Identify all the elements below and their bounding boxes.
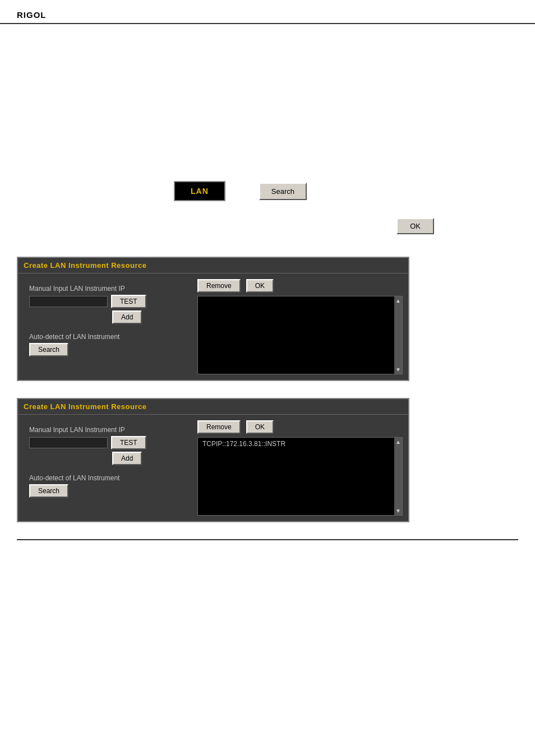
- dialog2-right: Remove OK TCPIP::172.16.3.81::INSTR ▲ ▼: [197, 420, 403, 516]
- dialog2-test-button[interactable]: TEST: [111, 436, 146, 449]
- dialog2-scrollbar[interactable]: ▲ ▼: [394, 438, 402, 515]
- dialog2-auto-section: Auto-detect of LAN Instrument Search: [29, 474, 186, 498]
- dialog1-left: Manual Input LAN Instrument IP TEST Add …: [24, 279, 192, 374]
- top-button-area: LAN Search: [174, 181, 518, 201]
- dialog2-titlebar: Create LAN Instrument Resource: [18, 399, 408, 415]
- dialog2-body: Manual Input LAN Instrument IP TEST Add …: [18, 415, 408, 521]
- dialog1-title: Create LAN Instrument Resource: [24, 261, 146, 270]
- dialogs-area: Create LAN Instrument Resource Manual In…: [17, 257, 518, 522]
- dialog1-auto-section: Auto-detect of LAN Instrument Search: [29, 333, 186, 356]
- dialog1-right: Remove OK ▲ ▼: [197, 279, 403, 374]
- dialog2-manual-section: Manual Input LAN Instrument IP TEST Add: [29, 426, 186, 465]
- dialog1-scroll-down-icon[interactable]: ▼: [395, 367, 401, 373]
- header: RIGOL: [0, 0, 535, 24]
- dialog1-top-buttons: Remove OK: [197, 279, 403, 293]
- dialog1-remove-button[interactable]: Remove: [197, 279, 241, 293]
- search-button-top[interactable]: Search: [259, 183, 307, 200]
- dialog2-remove-button[interactable]: Remove: [197, 420, 241, 434]
- dialog2: Create LAN Instrument Resource Manual In…: [17, 398, 409, 522]
- dialog2-search-button[interactable]: Search: [29, 484, 68, 498]
- lan-button[interactable]: LAN: [174, 181, 225, 201]
- dialog2-auto-label: Auto-detect of LAN Instrument: [29, 474, 186, 482]
- ok-button-area: OK: [17, 218, 434, 234]
- main-content: LAN Search OK Create LAN Instrument Reso…: [0, 24, 535, 551]
- dialog1-manual-input-row: TEST: [29, 295, 186, 308]
- dialog2-tcpip-entry: TCPIP::172.16.3.81::INSTR: [200, 439, 400, 449]
- dialog1-listbox: ▲ ▼: [197, 296, 403, 374]
- ok-button-top[interactable]: OK: [396, 218, 434, 234]
- dialog2-title: Create LAN Instrument Resource: [24, 402, 146, 411]
- dialog1-test-button[interactable]: TEST: [111, 295, 146, 308]
- dialog2-left: Manual Input LAN Instrument IP TEST Add …: [24, 420, 192, 516]
- dialog1-ip-input[interactable]: [29, 296, 108, 307]
- brand-title: RIGOL: [17, 10, 47, 20]
- dialog2-add-button[interactable]: Add: [112, 452, 142, 465]
- dialog1-manual-section: Manual Input LAN Instrument IP TEST Add: [29, 285, 186, 324]
- dialog2-scroll-up-icon[interactable]: ▲: [395, 439, 401, 445]
- dialog2-ip-input[interactable]: [29, 437, 108, 448]
- dialog2-ok-button[interactable]: OK: [246, 420, 274, 434]
- dialog1-search-button[interactable]: Search: [29, 343, 68, 356]
- dialog2-scroll-down-icon[interactable]: ▼: [395, 508, 401, 514]
- dialog1-titlebar: Create LAN Instrument Resource: [18, 258, 408, 273]
- dialog1-scroll-up-icon[interactable]: ▲: [395, 298, 401, 304]
- dialog2-manual-input-row: TEST: [29, 436, 186, 449]
- dialog1-add-button[interactable]: Add: [112, 310, 142, 324]
- dialog2-top-buttons: Remove OK: [197, 420, 403, 434]
- dialog1-body: Manual Input LAN Instrument IP TEST Add …: [18, 273, 408, 380]
- dialog1: Create LAN Instrument Resource Manual In…: [17, 257, 409, 381]
- dialog1-auto-label: Auto-detect of LAN Instrument: [29, 333, 186, 341]
- dialog2-manual-label: Manual Input LAN Instrument IP: [29, 426, 186, 434]
- dialog1-ok-button[interactable]: OK: [246, 279, 274, 293]
- dialog1-manual-label: Manual Input LAN Instrument IP: [29, 285, 186, 293]
- dialog1-scrollbar[interactable]: ▲ ▼: [394, 296, 402, 374]
- dialog2-listbox: TCPIP::172.16.3.81::INSTR ▲ ▼: [197, 437, 403, 516]
- bottom-divider: [17, 539, 518, 540]
